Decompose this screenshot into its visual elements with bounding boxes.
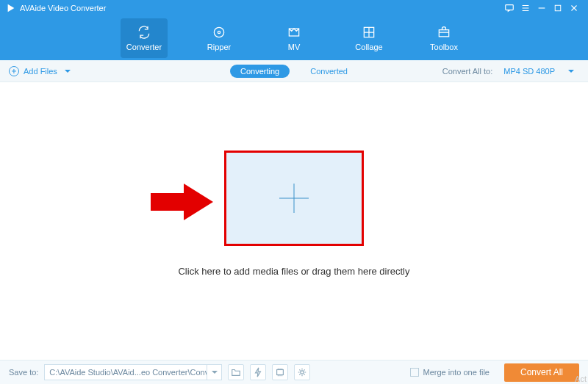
feedback-button[interactable] (501, 0, 517, 16)
nav-converter[interactable]: Converter (121, 18, 168, 58)
nav-ripper[interactable]: Ripper (196, 18, 243, 58)
settings-button[interactable] (294, 364, 310, 380)
bottom-bar: Save to: C:\AVAide Studio\AVAid...eo Con… (0, 360, 588, 384)
main-nav: Converter Ripper MV Collage Toolbox (0, 16, 588, 60)
svg-point-3 (218, 31, 220, 33)
save-path-box: C:\AVAide Studio\AVAid...eo Converter\Co… (44, 364, 222, 380)
format-value: MP4 SD 480P (503, 67, 555, 76)
gpu-accel-button[interactable] (272, 364, 288, 380)
chevron-down-icon (212, 371, 218, 374)
high-speed-button[interactable] (250, 364, 266, 380)
annotation-arrow-icon (151, 184, 213, 223)
add-files-label: Add Files (24, 67, 57, 76)
close-button[interactable] (566, 0, 582, 16)
app-logo: AVAide Video Converter (6, 3, 106, 13)
svg-rect-6 (439, 30, 448, 37)
dropzone-hint: Click here to add media files or drag th… (0, 266, 588, 277)
save-to-label: Save to: (9, 368, 38, 377)
nav-toolbox[interactable]: Toolbox (420, 18, 467, 58)
status-tabs: Converting Converted (230, 65, 358, 78)
maximize-button[interactable] (550, 0, 566, 16)
convert-all-label: Convert All to: (442, 67, 492, 76)
add-media-dropzone[interactable] (224, 151, 364, 246)
mv-icon (287, 25, 301, 40)
nav-label: Converter (126, 43, 162, 51)
add-files-button[interactable]: Add Files (9, 66, 71, 76)
svg-point-8 (301, 371, 304, 374)
chevron-down-icon (65, 70, 71, 73)
nav-collage[interactable]: Collage (345, 18, 392, 58)
tab-converting[interactable]: Converting (230, 65, 290, 78)
nav-label: MV (288, 43, 301, 51)
nav-label: Collage (355, 43, 382, 51)
menu-button[interactable] (517, 0, 534, 16)
svg-rect-0 (506, 5, 514, 10)
plus-icon (279, 184, 309, 213)
main-area: Click here to add media files or drag th… (0, 82, 588, 360)
title-bar: AVAide Video Converter (0, 0, 588, 16)
svg-rect-7 (277, 370, 284, 375)
sub-toolbar: Add Files Converting Converted Convert A… (0, 60, 588, 82)
chevron-down-icon (568, 70, 574, 73)
svg-rect-1 (555, 5, 561, 11)
merge-label: Merge into one file (423, 368, 490, 377)
save-path-dropdown[interactable] (207, 365, 221, 380)
convert-all-format: Convert All to: MP4 SD 480P (442, 65, 579, 78)
convert-all-button[interactable]: Convert All (504, 363, 579, 382)
merge-checkbox[interactable]: Merge into one file (410, 368, 490, 377)
minimize-button[interactable] (534, 0, 550, 16)
app-title: AVAide Video Converter (20, 4, 106, 12)
open-folder-button[interactable] (228, 364, 244, 380)
play-icon (6, 3, 16, 13)
checkbox-icon (410, 368, 419, 377)
nav-label: Ripper (207, 43, 231, 51)
watermark-text: Act (573, 374, 588, 384)
save-path-input[interactable]: C:\AVAide Studio\AVAid...eo Converter\Co… (45, 368, 207, 377)
nav-mv[interactable]: MV (270, 18, 318, 58)
collage-icon (362, 25, 376, 40)
tab-converted[interactable]: Converted (300, 65, 358, 78)
ripper-icon (212, 25, 226, 40)
toolbox-icon (437, 25, 451, 40)
plus-circle-icon (9, 66, 19, 76)
format-select[interactable]: MP4 SD 480P (498, 65, 579, 78)
svg-point-2 (214, 27, 223, 37)
nav-label: Toolbox (430, 43, 458, 51)
converter-icon (137, 25, 151, 40)
